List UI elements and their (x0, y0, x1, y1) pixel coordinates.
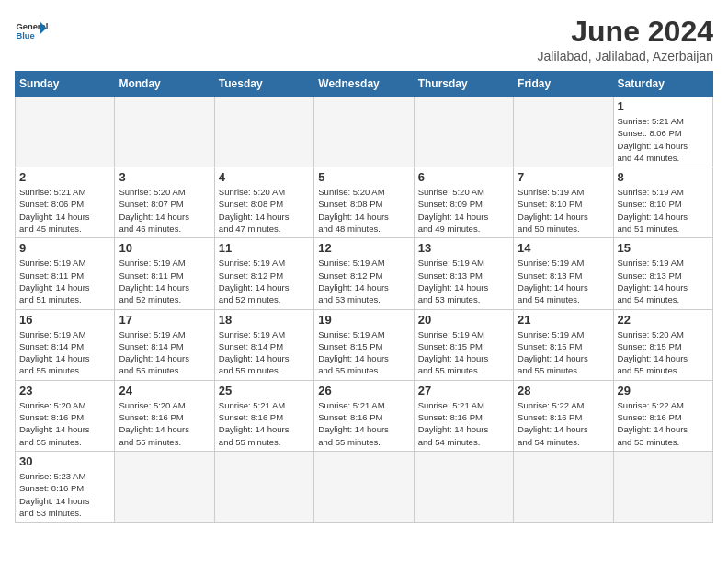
day-number: 17 (119, 313, 210, 327)
day-number: 23 (19, 384, 110, 397)
calendar-cell: 25Sunrise: 5:21 AMSunset: 8:16 PMDayligh… (214, 380, 313, 451)
calendar-cell: 15Sunrise: 5:19 AMSunset: 8:13 PMDayligh… (613, 238, 712, 309)
day-info: Sunrise: 5:20 AMSunset: 8:16 PMDaylight:… (19, 399, 110, 448)
day-number: 14 (518, 241, 609, 255)
day-number: 20 (418, 313, 509, 327)
calendar-cell: 26Sunrise: 5:21 AMSunset: 8:16 PMDayligh… (314, 380, 414, 451)
day-number: 13 (418, 241, 509, 255)
weekday-header-monday: Monday (115, 72, 214, 97)
day-info: Sunrise: 5:20 AMSunset: 8:08 PMDaylight:… (318, 186, 409, 235)
calendar-cell (414, 97, 513, 167)
calendar-cell: 4Sunrise: 5:20 AMSunset: 8:08 PMDaylight… (214, 167, 313, 238)
day-info: Sunrise: 5:19 AMSunset: 8:11 PMDaylight:… (19, 257, 110, 305)
day-number: 11 (219, 241, 310, 255)
day-info: Sunrise: 5:19 AMSunset: 8:14 PMDaylight:… (219, 328, 310, 377)
day-info: Sunrise: 5:19 AMSunset: 8:10 PMDaylight:… (618, 186, 709, 235)
day-info: Sunrise: 5:20 AMSunset: 8:15 PMDaylight:… (618, 328, 709, 377)
calendar-cell: 3Sunrise: 5:20 AMSunset: 8:07 PMDaylight… (115, 167, 214, 238)
svg-text:Blue: Blue (16, 31, 34, 40)
day-info: Sunrise: 5:21 AMSunset: 8:16 PMDaylight:… (219, 399, 310, 448)
calendar-cell: 27Sunrise: 5:21 AMSunset: 8:16 PMDayligh… (414, 380, 513, 451)
calendar-cell: 6Sunrise: 5:20 AMSunset: 8:09 PMDaylight… (414, 167, 513, 238)
day-info: Sunrise: 5:19 AMSunset: 8:14 PMDaylight:… (119, 328, 210, 377)
calendar-cell (214, 97, 313, 167)
weekday-header-friday: Friday (514, 72, 613, 97)
day-info: Sunrise: 5:19 AMSunset: 8:15 PMDaylight:… (518, 328, 609, 377)
calendar-cell (115, 451, 214, 522)
weekday-header-row: SundayMondayTuesdayWednesdayThursdayFrid… (16, 72, 713, 97)
calendar-cell: 2Sunrise: 5:21 AMSunset: 8:06 PMDaylight… (16, 167, 115, 238)
day-number: 25 (219, 384, 310, 397)
calendar-cell: 30Sunrise: 5:23 AMSunset: 8:16 PMDayligh… (16, 451, 115, 522)
weekday-header-tuesday: Tuesday (214, 72, 313, 97)
day-number: 7 (518, 170, 609, 184)
calendar-cell (514, 97, 613, 167)
day-info: Sunrise: 5:20 AMSunset: 8:07 PMDaylight:… (119, 186, 210, 235)
day-number: 18 (219, 313, 310, 327)
day-number: 12 (318, 241, 409, 255)
calendar-cell: 21Sunrise: 5:19 AMSunset: 8:15 PMDayligh… (514, 309, 613, 380)
calendar-cell (514, 451, 613, 522)
weekday-header-wednesday: Wednesday (314, 72, 414, 97)
day-info: Sunrise: 5:20 AMSunset: 8:08 PMDaylight:… (219, 186, 310, 235)
logo-icon: General Blue (15, 15, 48, 48)
day-info: Sunrise: 5:21 AMSunset: 8:06 PMDaylight:… (618, 115, 709, 164)
calendar-cell: 12Sunrise: 5:19 AMSunset: 8:12 PMDayligh… (314, 238, 414, 309)
calendar-week-row: 23Sunrise: 5:20 AMSunset: 8:16 PMDayligh… (16, 380, 713, 451)
calendar-cell: 11Sunrise: 5:19 AMSunset: 8:12 PMDayligh… (214, 238, 313, 309)
day-info: Sunrise: 5:19 AMSunset: 8:13 PMDaylight:… (518, 257, 609, 305)
calendar-cell: 14Sunrise: 5:19 AMSunset: 8:13 PMDayligh… (514, 238, 613, 309)
day-number: 24 (119, 384, 210, 397)
calendar-cell (16, 97, 115, 167)
calendar-table: SundayMondayTuesdayWednesdayThursdayFrid… (15, 71, 713, 523)
day-number: 21 (518, 313, 609, 327)
calendar-cell: 28Sunrise: 5:22 AMSunset: 8:16 PMDayligh… (514, 380, 613, 451)
calendar-cell (214, 451, 313, 522)
weekday-header-thursday: Thursday (414, 72, 513, 97)
calendar-week-row: 2Sunrise: 5:21 AMSunset: 8:06 PMDaylight… (16, 167, 713, 238)
day-info: Sunrise: 5:19 AMSunset: 8:15 PMDaylight:… (418, 328, 509, 377)
title-block: June 2024 Jalilabad, Jalilabad, Azerbaij… (538, 15, 713, 63)
calendar-cell: 24Sunrise: 5:20 AMSunset: 8:16 PMDayligh… (115, 380, 214, 451)
day-number: 4 (219, 170, 310, 184)
day-info: Sunrise: 5:22 AMSunset: 8:16 PMDaylight:… (618, 399, 709, 448)
calendar-cell: 13Sunrise: 5:19 AMSunset: 8:13 PMDayligh… (414, 238, 513, 309)
logo: General Blue (15, 15, 48, 48)
calendar-cell: 7Sunrise: 5:19 AMSunset: 8:10 PMDaylight… (514, 167, 613, 238)
day-number: 10 (119, 241, 210, 255)
day-info: Sunrise: 5:19 AMSunset: 8:13 PMDaylight:… (618, 257, 709, 305)
day-info: Sunrise: 5:23 AMSunset: 8:16 PMDaylight:… (19, 470, 110, 519)
day-number: 8 (618, 170, 709, 184)
day-info: Sunrise: 5:19 AMSunset: 8:15 PMDaylight:… (318, 328, 409, 377)
day-info: Sunrise: 5:20 AMSunset: 8:09 PMDaylight:… (418, 186, 509, 235)
day-info: Sunrise: 5:19 AMSunset: 8:10 PMDaylight:… (518, 186, 609, 235)
day-number: 9 (19, 241, 110, 255)
weekday-header-saturday: Saturday (613, 72, 712, 97)
calendar-cell: 5Sunrise: 5:20 AMSunset: 8:08 PMDaylight… (314, 167, 414, 238)
calendar-cell: 10Sunrise: 5:19 AMSunset: 8:11 PMDayligh… (115, 238, 214, 309)
calendar-cell (314, 97, 414, 167)
day-info: Sunrise: 5:21 AMSunset: 8:16 PMDaylight:… (318, 399, 409, 448)
calendar-cell: 1Sunrise: 5:21 AMSunset: 8:06 PMDaylight… (613, 97, 712, 167)
day-number: 27 (418, 384, 509, 397)
day-info: Sunrise: 5:19 AMSunset: 8:11 PMDaylight:… (119, 257, 210, 305)
day-number: 29 (618, 384, 709, 397)
calendar-week-row: 1Sunrise: 5:21 AMSunset: 8:06 PMDaylight… (16, 97, 713, 167)
day-info: Sunrise: 5:19 AMSunset: 8:13 PMDaylight:… (418, 257, 509, 305)
calendar-week-row: 16Sunrise: 5:19 AMSunset: 8:14 PMDayligh… (16, 309, 713, 380)
calendar-cell: 17Sunrise: 5:19 AMSunset: 8:14 PMDayligh… (115, 309, 214, 380)
weekday-header-sunday: Sunday (16, 72, 115, 97)
location-title: Jalilabad, Jalilabad, Azerbaijan (538, 49, 713, 63)
day-number: 15 (618, 241, 709, 255)
calendar-cell (314, 451, 414, 522)
day-info: Sunrise: 5:20 AMSunset: 8:16 PMDaylight:… (119, 399, 210, 448)
calendar-cell (613, 451, 712, 522)
day-info: Sunrise: 5:19 AMSunset: 8:14 PMDaylight:… (19, 328, 110, 377)
day-number: 16 (19, 313, 110, 327)
calendar-cell: 29Sunrise: 5:22 AMSunset: 8:16 PMDayligh… (613, 380, 712, 451)
calendar-cell: 16Sunrise: 5:19 AMSunset: 8:14 PMDayligh… (16, 309, 115, 380)
day-number: 26 (318, 384, 409, 397)
day-info: Sunrise: 5:19 AMSunset: 8:12 PMDaylight:… (219, 257, 310, 305)
calendar-cell: 22Sunrise: 5:20 AMSunset: 8:15 PMDayligh… (613, 309, 712, 380)
calendar-cell: 20Sunrise: 5:19 AMSunset: 8:15 PMDayligh… (414, 309, 513, 380)
